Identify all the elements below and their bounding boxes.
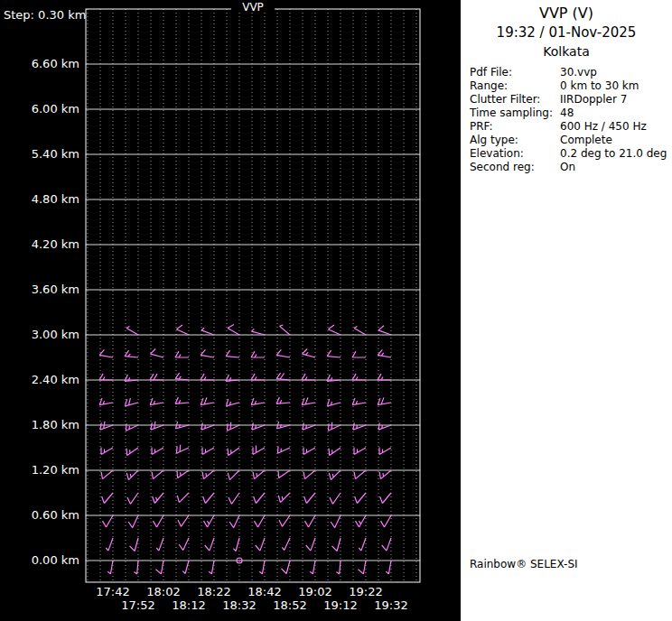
field-label: Second reg: — [470, 161, 560, 174]
svg-text:19:02: 19:02 — [298, 585, 331, 598]
field-row: Clutter Filter:IIRDoppler 7 — [470, 93, 672, 107]
svg-text:3.60 km: 3.60 km — [32, 283, 79, 296]
product-title: VVP (V) — [461, 5, 672, 22]
svg-text:18:32: 18:32 — [222, 598, 256, 612]
field-row: Pdf File:30.vvp — [470, 66, 672, 79]
field-label: Elevation: — [470, 147, 560, 161]
info-panel: VVP (V) 19:32 / 01-Nov-2025 Kolkata Pdf … — [461, 0, 672, 621]
field-label: Time sampling: — [470, 107, 560, 120]
field-value: IIRDoppler 7 — [560, 93, 627, 107]
field-row: Range:0 km to 30 km — [470, 79, 672, 93]
field-row: PRF:600 Hz / 450 Hz — [470, 120, 672, 134]
svg-text:1.80 km: 1.80 km — [32, 418, 79, 431]
product-datetime: 19:32 / 01-Nov-2025 — [461, 24, 672, 41]
svg-text:19:22: 19:22 — [349, 585, 382, 598]
field-label: PRF: — [470, 120, 560, 134]
field-row: Second reg:On — [470, 161, 672, 174]
axis-labels: 6.60 km6.00 km5.40 km4.80 km4.20 km3.60 … — [4, 8, 408, 612]
field-row: Alg type:Complete — [470, 134, 672, 147]
svg-text:6.00 km: 6.00 km — [32, 102, 79, 116]
field-label: Clutter Filter: — [470, 93, 560, 107]
svg-text:18:02: 18:02 — [146, 585, 180, 598]
chart-title: VVP — [231, 1, 275, 14]
product-metadata: Pdf File:30.vvpRange:0 km to 30 kmClutte… — [461, 66, 672, 174]
field-value: 0.2 deg to 21.0 deg — [560, 147, 667, 161]
field-label: Range: — [470, 79, 560, 93]
field-value: Complete — [560, 134, 612, 147]
brand-footer: Rainbow® SELEX-SI — [470, 558, 578, 570]
svg-text:4.80 km: 4.80 km — [32, 192, 79, 206]
site-name: Kolkata — [461, 44, 672, 59]
svg-text:3.00 km: 3.00 km — [32, 328, 79, 341]
svg-text:2.40 km: 2.40 km — [32, 373, 79, 386]
svg-text:18:42: 18:42 — [247, 585, 281, 598]
svg-text:1.20 km: 1.20 km — [32, 463, 79, 477]
wind-barbs — [99, 325, 391, 574]
field-value: 0 km to 30 km — [560, 79, 639, 93]
svg-text:Step: 0.30 km: Step: 0.30 km — [4, 8, 86, 22]
vvp-product-window: 6.60 km6.00 km5.40 km4.80 km4.20 km3.60 … — [0, 0, 672, 621]
svg-text:19:32: 19:32 — [374, 598, 407, 612]
svg-text:4.20 km: 4.20 km — [32, 237, 79, 251]
svg-text:19:12: 19:12 — [323, 598, 357, 612]
svg-text:17:52: 17:52 — [121, 598, 154, 612]
field-value: 600 Hz / 450 Hz — [560, 120, 647, 134]
svg-text:18:22: 18:22 — [197, 585, 230, 598]
field-label: Alg type: — [470, 134, 560, 147]
svg-text:0.60 km: 0.60 km — [32, 508, 79, 522]
wind-profile-chart: 6.60 km6.00 km5.40 km4.80 km4.20 km3.60 … — [0, 0, 461, 621]
svg-text:5.40 km: 5.40 km — [32, 147, 79, 161]
field-value: 30.vvp — [560, 66, 597, 79]
svg-text:18:52: 18:52 — [273, 598, 306, 612]
svg-text:17:42: 17:42 — [96, 585, 129, 598]
field-value: On — [560, 161, 575, 174]
field-row: Time sampling:48 — [470, 107, 672, 120]
svg-text:VVP: VVP — [242, 1, 264, 14]
vvp-time-height-plot: 6.60 km6.00 km5.40 km4.80 km4.20 km3.60 … — [0, 0, 461, 621]
svg-text:6.60 km: 6.60 km — [32, 57, 79, 70]
field-row: Elevation:0.2 deg to 21.0 deg — [470, 147, 672, 161]
field-value: 48 — [560, 107, 574, 120]
svg-text:18:12: 18:12 — [172, 598, 205, 612]
svg-text:0.00 km: 0.00 km — [32, 553, 79, 567]
field-label: Pdf File: — [470, 66, 560, 79]
